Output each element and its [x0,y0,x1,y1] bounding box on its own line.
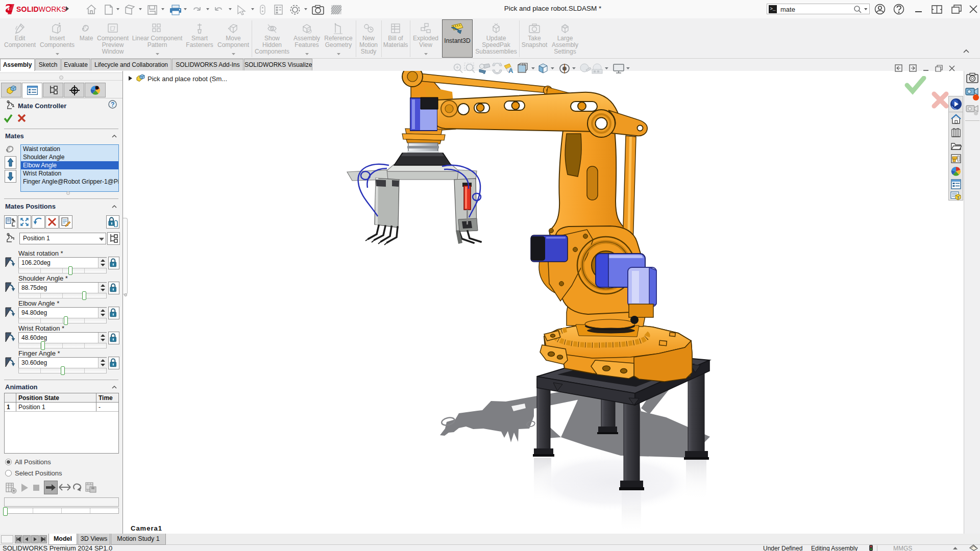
svg-text:SOLIDWORKS: SOLIDWORKS [16,5,66,13]
svg-text:A: A [508,67,513,74]
svg-text:?: ? [111,101,114,108]
